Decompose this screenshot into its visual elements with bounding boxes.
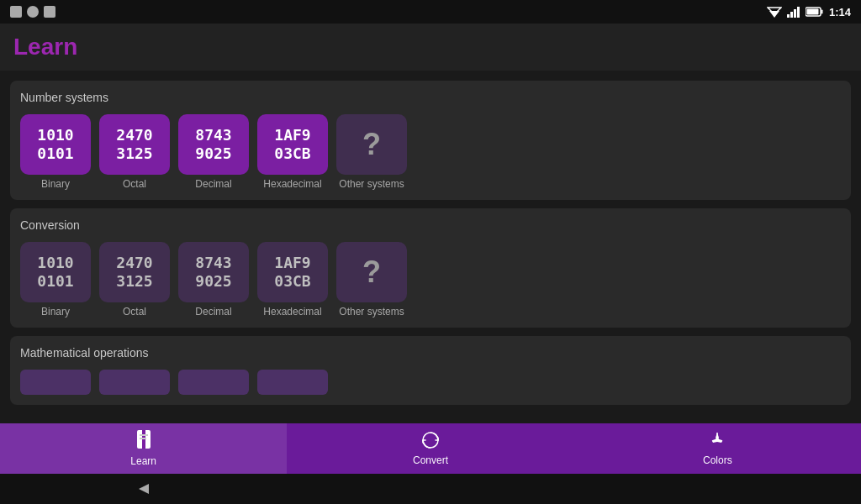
binary-tile[interactable]: 10100101 bbox=[20, 114, 91, 175]
math-ops-title: Mathematical operations bbox=[20, 346, 841, 360]
conv-binary-label: Binary bbox=[41, 306, 70, 318]
learn-icon bbox=[135, 430, 152, 454]
binary-tile-text: 10100101 bbox=[37, 126, 73, 162]
svg-rect-5 bbox=[797, 7, 800, 18]
other-systems-tile-wrapper-1[interactable]: ? Other systems bbox=[336, 114, 407, 190]
decimal-tile-text: 87439025 bbox=[195, 126, 231, 162]
decimal-tile-label: Decimal bbox=[195, 178, 231, 190]
binary-tile-wrapper[interactable]: 10100101 Binary bbox=[20, 114, 91, 190]
other-systems-question-1: ? bbox=[362, 127, 381, 162]
nav-colors-label: Colors bbox=[703, 454, 732, 466]
conv-hex-tile[interactable]: 1AF903CB bbox=[257, 242, 328, 302]
number-systems-card: Number systems 10100101 Binary 24703125 … bbox=[10, 81, 851, 200]
svg-rect-12 bbox=[140, 438, 146, 439]
svg-rect-8 bbox=[806, 9, 818, 15]
nav-learn[interactable]: Learn bbox=[0, 423, 287, 474]
decimal-tile[interactable]: 87439025 bbox=[178, 114, 249, 175]
notification-icon-3 bbox=[44, 6, 55, 18]
conv-octal-tile-wrapper[interactable]: 24703125 Octal bbox=[99, 242, 170, 318]
other-systems-label-1: Other systems bbox=[339, 178, 404, 190]
conv-octal-text: 24703125 bbox=[116, 254, 152, 290]
hex-tile-wrapper[interactable]: 1AF903CB Hexadecimal bbox=[257, 114, 328, 190]
other-systems-tile-2[interactable]: ? bbox=[336, 242, 407, 302]
conversion-title: Conversion bbox=[20, 218, 841, 232]
math-ops-card: Mathematical operations bbox=[10, 336, 851, 405]
colors-icon bbox=[708, 431, 726, 453]
svg-rect-7 bbox=[821, 10, 822, 14]
hex-tile-text: 1AF903CB bbox=[274, 126, 310, 162]
nav-convert-label: Convert bbox=[413, 454, 448, 466]
nav-colors[interactable]: Colors bbox=[574, 423, 861, 474]
nav-learn-label: Learn bbox=[130, 455, 156, 467]
octal-tile-wrapper[interactable]: 24703125 Octal bbox=[99, 114, 170, 190]
octal-tile[interactable]: 24703125 bbox=[99, 114, 170, 175]
conv-octal-tile[interactable]: 24703125 bbox=[99, 242, 170, 302]
title-bar: Learn bbox=[0, 24, 861, 71]
other-systems-question-2: ? bbox=[362, 255, 381, 290]
math-tile-4[interactable] bbox=[257, 370, 328, 395]
conv-hex-text: 1AF903CB bbox=[274, 254, 310, 290]
math-ops-tiles bbox=[20, 370, 841, 395]
app-title: Learn bbox=[13, 34, 77, 60]
binary-tile-label: Binary bbox=[41, 178, 70, 190]
recents-button[interactable] bbox=[709, 480, 726, 497]
conv-hex-tile-wrapper[interactable]: 1AF903CB Hexadecimal bbox=[257, 242, 328, 318]
other-systems-label-2: Other systems bbox=[339, 306, 404, 318]
home-button[interactable] bbox=[422, 480, 439, 497]
math-tile-3[interactable] bbox=[178, 370, 249, 395]
conv-decimal-tile-wrapper[interactable]: 87439025 Decimal bbox=[178, 242, 249, 318]
svg-rect-4 bbox=[794, 9, 796, 18]
conv-decimal-text: 87439025 bbox=[195, 254, 231, 290]
conv-decimal-tile[interactable]: 87439025 bbox=[178, 242, 249, 302]
svg-rect-3 bbox=[790, 12, 793, 18]
main-content: Number systems 10100101 Binary 24703125 … bbox=[0, 71, 861, 423]
conv-hex-label: Hexadecimal bbox=[263, 306, 321, 318]
svg-rect-2 bbox=[787, 14, 790, 18]
status-bar-right: 1:14 bbox=[767, 6, 851, 18]
conversion-card: Conversion 10100101 Binary 24703125 Octa… bbox=[10, 208, 851, 328]
number-systems-tiles: 10100101 Binary 24703125 Octal 87439025 … bbox=[20, 114, 841, 190]
status-bar-left bbox=[10, 6, 55, 18]
signal-icon bbox=[787, 6, 800, 18]
bottom-nav: Learn Convert Colors bbox=[0, 423, 861, 474]
conv-octal-label: Octal bbox=[123, 306, 146, 318]
conv-binary-tile-wrapper[interactable]: 10100101 Binary bbox=[20, 242, 91, 318]
svg-marker-18 bbox=[139, 484, 149, 494]
conv-decimal-label: Decimal bbox=[195, 306, 231, 318]
hex-tile-label: Hexadecimal bbox=[263, 178, 321, 190]
decimal-tile-wrapper[interactable]: 87439025 Decimal bbox=[178, 114, 249, 190]
battery-icon bbox=[806, 7, 824, 17]
octal-tile-label: Octal bbox=[123, 178, 146, 190]
time-display: 1:14 bbox=[829, 6, 851, 18]
conv-binary-text: 10100101 bbox=[37, 254, 73, 290]
convert-icon bbox=[421, 431, 440, 453]
octal-tile-text: 24703125 bbox=[116, 126, 152, 162]
android-nav-bar bbox=[0, 474, 861, 504]
math-tile-1[interactable] bbox=[20, 370, 91, 395]
conv-binary-tile[interactable]: 10100101 bbox=[20, 242, 91, 302]
notification-icon-1 bbox=[10, 6, 22, 18]
other-systems-tile-wrapper-2[interactable]: ? Other systems bbox=[336, 242, 407, 318]
nav-convert[interactable]: Convert bbox=[287, 423, 573, 474]
status-bar: 1:14 bbox=[0, 0, 861, 24]
wifi-icon bbox=[767, 6, 782, 18]
other-systems-tile-1[interactable]: ? bbox=[336, 114, 407, 175]
svg-rect-11 bbox=[140, 434, 148, 436]
math-tile-2[interactable] bbox=[99, 370, 170, 395]
back-button[interactable] bbox=[135, 480, 152, 497]
conversion-tiles: 10100101 Binary 24703125 Octal 87439025 … bbox=[20, 242, 841, 318]
number-systems-title: Number systems bbox=[20, 91, 841, 104]
hex-tile[interactable]: 1AF903CB bbox=[257, 114, 328, 175]
notification-icon-2 bbox=[27, 6, 39, 18]
